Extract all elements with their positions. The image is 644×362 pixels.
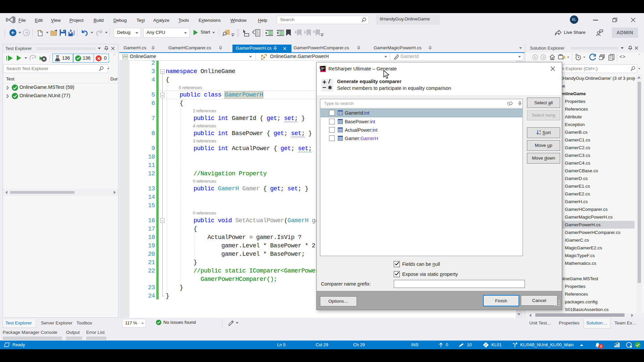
svg-text:A: A (539, 130, 541, 132)
svg-text:2: 2 (277, 30, 279, 34)
svg-text:R#: R# (321, 67, 325, 70)
svg-text:Z: Z (539, 133, 541, 135)
